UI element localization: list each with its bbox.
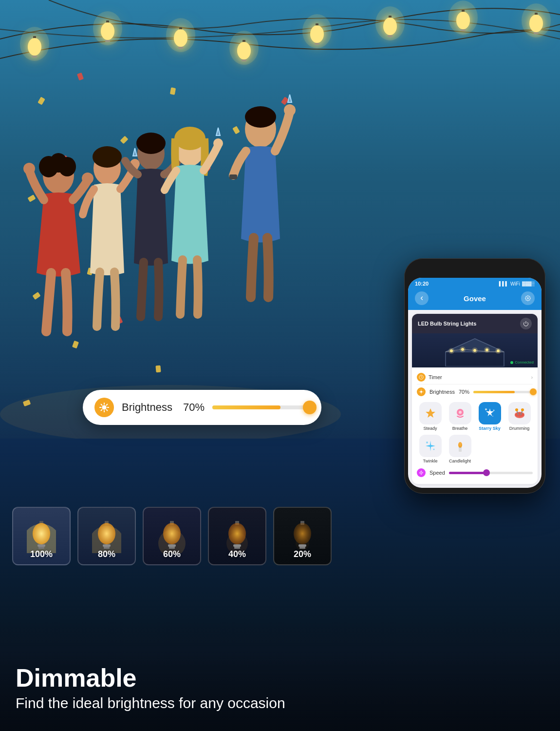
svg-point-85 [527, 298, 528, 299]
status-time: 10:20 [415, 281, 429, 287]
dimmer-label-100: 100% [30, 549, 53, 559]
dimmer-thumb-60[interactable]: 60% [143, 507, 201, 565]
scene-grid-row2: Twinkle [417, 434, 533, 466]
svg-line-59 [101, 409, 102, 410]
dimmer-label-80: 80% [98, 549, 115, 559]
dimmer-thumb-20[interactable]: 20% [273, 507, 332, 565]
svg-point-62 [33, 523, 50, 544]
scene-steady-label: Steady [423, 426, 437, 431]
scene-candle-icon [449, 435, 471, 457]
speed-fill [449, 472, 486, 474]
svg-point-116 [515, 408, 518, 411]
dimmer-thumb-40[interactable]: 40% [208, 507, 266, 565]
dimmer-thumb-100[interactable]: 100% [12, 507, 71, 565]
brightness-thumb-app[interactable] [530, 388, 537, 395]
dimmer-thumb-80[interactable]: 80% [77, 507, 136, 565]
svg-rect-78 [233, 544, 241, 547]
brightness-fill [212, 405, 280, 409]
svg-point-100 [420, 391, 422, 393]
battery-icon: ▓▓▓▒ [522, 281, 535, 286]
phone-outer-shell: 10:20 ▌▌▌ WiFi ▓▓▓▒ Govee [404, 258, 545, 494]
brightness-label-app: Brightness [429, 389, 455, 395]
timer-row[interactable]: Timer › [417, 370, 533, 385]
device-preview: Connected [412, 333, 538, 367]
back-button[interactable] [415, 291, 429, 305]
dimmer-thumbnails-row: 100% 80% [12, 507, 332, 565]
svg-point-120 [433, 449, 434, 450]
scene-starry-sky[interactable]: Starry Sky [476, 402, 503, 431]
brightness-row-app[interactable]: Brightness 70% [417, 385, 533, 399]
speed-thumb[interactable] [483, 469, 490, 476]
scene-empty-2 [506, 435, 533, 463]
settings-button[interactable] [521, 291, 535, 305]
device-name-label: LED Bulb String Lights [418, 321, 476, 327]
status-icons: ▌▌▌ WiFi ▓▓▓▒ [499, 281, 535, 287]
dimmer-label-20: 20% [294, 549, 311, 559]
brightness-thumb[interactable] [303, 401, 317, 414]
dimmable-heading: Dimmable [16, 664, 285, 692]
scene-breathe-icon [449, 402, 471, 424]
svg-point-113 [515, 412, 524, 417]
scene-starry-icon [479, 402, 501, 424]
svg-rect-74 [169, 547, 175, 549]
connected-dot [510, 361, 513, 364]
svg-point-111 [492, 416, 493, 417]
svg-point-95 [460, 346, 466, 352]
connected-text: Connected [515, 360, 534, 365]
svg-point-51 [102, 405, 106, 409]
brightness-pill[interactable]: Brightness 70% [83, 390, 321, 425]
timer-chevron: › [531, 375, 533, 380]
svg-rect-84 [299, 547, 305, 549]
svg-point-117 [521, 408, 524, 411]
scene-steady[interactable]: Steady [417, 402, 444, 431]
timer-label: Timer [429, 374, 442, 380]
app-header: Govee [408, 289, 541, 310]
svg-point-98 [495, 348, 501, 354]
scene-starry-label: Starry Sky [479, 426, 501, 431]
svg-point-107 [459, 411, 462, 414]
svg-rect-68 [103, 544, 111, 547]
svg-point-67 [98, 523, 115, 544]
brightness-track-app[interactable] [473, 391, 533, 393]
brightness-text-label: Brightness [122, 401, 172, 414]
phone-notch [455, 264, 494, 275]
svg-rect-69 [104, 547, 110, 549]
svg-rect-79 [234, 547, 240, 549]
device-card-header: LED Bulb String Lights [412, 314, 538, 333]
svg-marker-108 [486, 408, 494, 416]
scene-twinkle-icon [419, 435, 442, 457]
scene-drumming[interactable]: Drumming [506, 402, 533, 431]
background-scene: Brightness 70% [0, 0, 560, 731]
svg-line-57 [106, 409, 107, 410]
svg-rect-73 [168, 544, 176, 547]
svg-rect-63 [37, 544, 45, 547]
speed-track[interactable] [449, 472, 533, 474]
speed-icon [417, 468, 426, 477]
app-status-bar: 10:20 ▌▌▌ WiFi ▓▓▓▒ [408, 278, 541, 289]
svg-point-123 [459, 442, 461, 446]
svg-rect-83 [299, 544, 306, 547]
svg-point-119 [426, 442, 428, 443]
device-card: LED Bulb String Lights [412, 314, 538, 484]
wifi-icon: WiFi [510, 281, 520, 287]
scene-candlelight[interactable]: Candlelight [447, 435, 473, 463]
svg-line-56 [101, 404, 102, 405]
scene-twinkle[interactable]: Twinkle [417, 435, 444, 463]
app-title: Govee [464, 294, 486, 303]
svg-point-72 [163, 523, 181, 544]
controls-area: Timer › [412, 367, 538, 484]
svg-line-58 [106, 404, 107, 405]
brightness-icon-button[interactable] [94, 398, 114, 417]
scene-grid-row1: Steady [417, 399, 533, 434]
brightness-track[interactable] [212, 405, 310, 409]
speed-row[interactable]: Speed [417, 466, 533, 481]
scene-breathe[interactable]: Breathe [447, 402, 473, 431]
timer-icon [417, 373, 426, 382]
svg-point-94 [448, 348, 454, 354]
power-button[interactable] [520, 318, 532, 329]
speed-label: Speed [429, 470, 445, 476]
scene-candle-label: Candlelight [449, 459, 471, 463]
dimmable-subtext: Find the ideal brightness for any occasi… [16, 695, 285, 712]
svg-marker-105 [426, 408, 435, 418]
scene-drumming-label: Drumming [509, 426, 530, 431]
